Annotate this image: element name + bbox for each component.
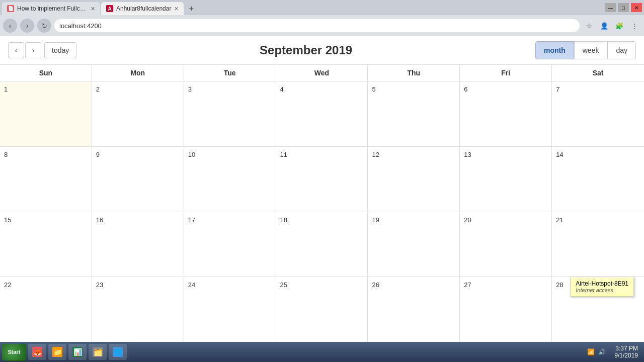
cell-sep-17[interactable]: 17 [184, 212, 276, 277]
date-28: 28 [556, 281, 563, 289]
cell-sep-6[interactable]: 6 [460, 81, 552, 146]
cell-sep-21[interactable]: 21 [552, 212, 644, 277]
cell-sep-14[interactable]: 14 [552, 147, 644, 212]
cell-sep-16[interactable]: 16 [92, 212, 184, 277]
week-1: 1 2 3 4 5 6 7 [0, 81, 644, 147]
day-header-tue: Tue [184, 65, 276, 81]
tooltip-subtitle: Internet access [576, 287, 628, 293]
cell-sep-11[interactable]: 11 [276, 147, 368, 212]
back-button[interactable]: ‹ [3, 19, 17, 33]
app3-icon: 🗂️ [93, 347, 103, 357]
cell-sep-19[interactable]: 19 [368, 212, 460, 277]
taskbar-firefox[interactable]: 🦊 [28, 344, 46, 360]
date-10: 10 [188, 151, 195, 158]
cell-sep-5[interactable]: 5 [368, 81, 460, 146]
tab-2-label: Anhular8fullcalendar [116, 5, 171, 12]
address-text: localhost:4200 [59, 22, 102, 30]
extensions-icon[interactable]: 🧩 [613, 19, 626, 32]
reload-button[interactable]: ↻ [37, 19, 51, 33]
day-header-sun: Sun [0, 65, 92, 81]
today-button[interactable]: today [44, 42, 76, 58]
taskbar-clock: 3:37 PM 9/1/2019 [610, 345, 642, 359]
address-bar-row: ‹ › ↻ localhost:4200 ☆ 👤 🧩 ⋮ [0, 15, 644, 36]
volume-tray-icon: 🔊 [597, 347, 606, 356]
cell-sep-20[interactable]: 20 [460, 212, 552, 277]
date-9: 9 [96, 151, 100, 158]
date-20: 20 [464, 216, 471, 224]
cell-sep-2[interactable]: 2 [92, 81, 184, 146]
week-4: 22 23 24 25 26 27 28 [0, 277, 644, 342]
bookmark-icon[interactable]: ☆ [583, 19, 596, 32]
cell-sep-24[interactable]: 24 [184, 277, 276, 342]
day-view-button[interactable]: day [607, 41, 636, 59]
calendar-app: ‹ › today September 2019 month week day … [0, 36, 644, 342]
address-input[interactable]: localhost:4200 [54, 19, 580, 32]
date-13: 13 [464, 151, 471, 158]
clock-date: 9/1/2019 [614, 352, 638, 359]
cell-sep-12[interactable]: 12 [368, 147, 460, 212]
taskbar-excel[interactable]: 📊 [68, 344, 87, 360]
cell-sep-10[interactable]: 10 [184, 147, 276, 212]
week-3: 15 16 17 18 19 20 21 [0, 212, 644, 278]
date-24: 24 [188, 281, 195, 289]
date-15: 15 [4, 216, 11, 224]
cell-sep-26[interactable]: 26 [368, 277, 460, 342]
day-header-mon: Mon [92, 65, 184, 81]
cell-sep-18[interactable]: 18 [276, 212, 368, 277]
week-view-button[interactable]: week [574, 41, 608, 59]
cell-sep-23[interactable]: 23 [92, 277, 184, 342]
cell-sep-9[interactable]: 9 [92, 147, 184, 212]
view-buttons: month week day [535, 41, 636, 59]
day-header-fri: Fri [460, 65, 552, 81]
cell-sep-3[interactable]: 3 [184, 81, 276, 146]
date-16: 16 [96, 216, 103, 224]
start-button[interactable]: Start [2, 343, 26, 360]
maximize-button[interactable]: □ [618, 3, 629, 12]
cell-sep-7[interactable]: 7 [552, 81, 644, 146]
tab-1[interactable]: 📄 How to implement Fullcalendar... ✕ [2, 2, 100, 15]
cell-sep-27[interactable]: 27 [460, 277, 552, 342]
date-23: 23 [96, 281, 103, 289]
prev-month-button[interactable]: ‹ [8, 42, 24, 58]
cell-sep-13[interactable]: 13 [460, 147, 552, 212]
taskbar-chrome[interactable]: 🌐 [109, 344, 127, 360]
calendar-nav: ‹ › [8, 42, 41, 58]
network-tooltip: Airtel-Hotspot-8E91 Internet access [570, 277, 634, 297]
date-1: 1 [4, 85, 8, 93]
tooltip-title: Airtel-Hotspot-8E91 [576, 280, 628, 287]
tab-2[interactable]: A Anhular8fullcalendar ✕ [101, 2, 184, 15]
forward-button[interactable]: › [20, 19, 34, 33]
date-21: 21 [556, 216, 563, 224]
taskbar: Start 🦊 📁 📊 🗂️ 🌐 📶 🔊 3:37 PM 9/1/2019 [0, 342, 644, 362]
menu-icon[interactable]: ⋮ [628, 19, 641, 32]
cell-sep-25[interactable]: 25 [276, 277, 368, 342]
tab-1-favicon: 📄 [7, 5, 14, 12]
date-2: 2 [96, 85, 100, 93]
cell-sep-22[interactable]: 22 [0, 277, 92, 342]
clock-time: 3:37 PM [614, 345, 638, 352]
cell-sep-1[interactable]: 1 [0, 81, 92, 146]
taskbar-app3[interactable]: 🗂️ [89, 344, 107, 360]
network-tray-icon: 📶 [586, 347, 595, 356]
cell-sep-15[interactable]: 15 [0, 212, 92, 277]
next-month-button[interactable]: › [25, 42, 41, 58]
date-14: 14 [556, 151, 563, 158]
window-controls: — □ ✕ [605, 3, 642, 12]
minimize-button[interactable]: — [605, 3, 616, 12]
date-19: 19 [372, 216, 379, 224]
cell-sep-4[interactable]: 4 [276, 81, 368, 146]
date-4: 4 [280, 85, 284, 93]
close-button[interactable]: ✕ [631, 3, 642, 12]
chrome-icon: 🌐 [113, 347, 123, 357]
cell-sep-8[interactable]: 8 [0, 147, 92, 212]
calendar-title: September 2019 [76, 43, 535, 57]
taskbar-explorer[interactable]: 📁 [48, 344, 66, 360]
tab-2-close[interactable]: ✕ [174, 6, 179, 12]
day-header-thu: Thu [368, 65, 460, 81]
tab-1-close[interactable]: ✕ [91, 6, 95, 12]
new-tab-button[interactable]: + [185, 2, 198, 15]
month-view-button[interactable]: month [535, 41, 574, 59]
firefox-icon: 🦊 [32, 347, 42, 357]
date-22: 22 [4, 281, 11, 289]
profile-icon[interactable]: 👤 [598, 19, 611, 32]
